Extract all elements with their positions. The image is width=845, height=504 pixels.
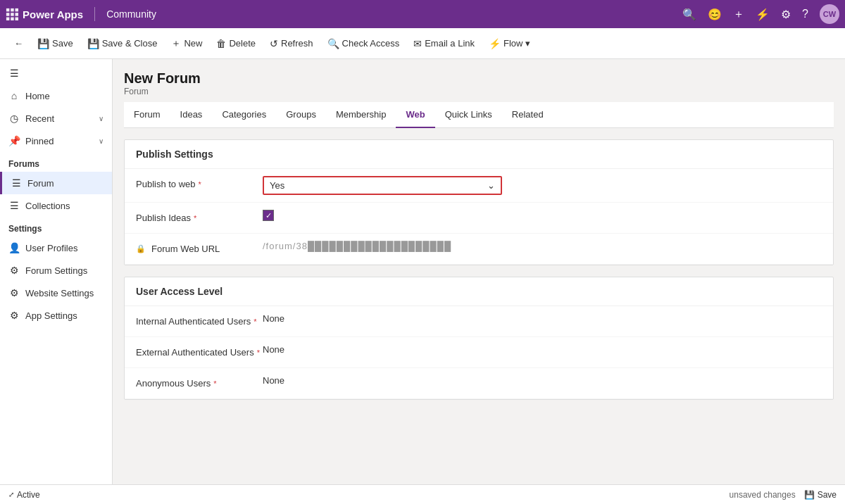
anonymous-users-field: Anonymous Users * None	[125, 368, 833, 399]
save-close-button[interactable]: 💾 Save & Close	[82, 35, 163, 52]
external-users-value: None	[263, 344, 822, 355]
website-settings-icon: ⚙	[8, 287, 20, 298]
status-bar: ⤢ Active unsaved changes 💾 Save	[0, 484, 845, 504]
toolbar: ← 💾 Save 💾 Save & Close ＋ New 🗑 Delete ↺…	[0, 28, 845, 59]
svg-rect-2	[15, 8, 19, 12]
sidebar-forum-settings-label: Forum Settings	[25, 265, 87, 276]
publish-to-web-dropdown[interactable]: Yes ⌄	[263, 176, 502, 195]
tab-forum[interactable]: Forum	[124, 102, 170, 128]
anonymous-users-value: None	[263, 375, 822, 386]
save-icon: 💾	[37, 38, 49, 49]
user-avatar[interactable]: CW	[820, 4, 839, 24]
pinned-icon: 📌	[8, 135, 20, 146]
svg-rect-4	[11, 13, 14, 16]
publish-ideas-label: Publish Ideas *	[136, 210, 263, 223]
sidebar-item-app-settings[interactable]: ⚙ App Settings	[0, 304, 112, 327]
sidebar-home-label: Home	[25, 91, 50, 101]
user-access-title: User Access Level	[125, 277, 833, 306]
publish-to-web-label: Publish to web *	[136, 176, 263, 189]
publish-to-web-field: Publish to web * Yes ⌄	[125, 169, 833, 203]
sidebar-item-collections[interactable]: ☰ Collections	[0, 194, 112, 217]
forum-web-url-value: /forum/38████████████████████	[263, 241, 822, 251]
tab-groups[interactable]: Groups	[276, 102, 326, 128]
unsaved-changes-label: unsaved changes	[730, 490, 796, 500]
user-profiles-icon: 👤	[8, 242, 20, 253]
tab-web[interactable]: Web	[396, 102, 434, 128]
svg-rect-5	[15, 13, 19, 16]
flow-chevron-icon: ▾	[525, 38, 530, 49]
tab-quick-links[interactable]: Quick Links	[435, 102, 502, 128]
sidebar-item-forum[interactable]: ☰ Forum	[0, 172, 112, 194]
sidebar-forum-label: Forum	[27, 178, 54, 189]
save-button[interactable]: 💾 Save	[32, 35, 79, 52]
required-indicator: *	[199, 180, 201, 189]
svg-rect-7	[11, 18, 14, 21]
flow-icon: ⚡	[489, 38, 501, 49]
home-icon: ⌂	[8, 90, 20, 101]
nav-left: Power Apps Community	[6, 7, 156, 21]
required-indicator-4: *	[257, 348, 260, 357]
sidebar-website-settings-label: Website Settings	[25, 288, 94, 298]
sidebar-menu-toggle[interactable]: ☰	[0, 62, 112, 84]
internal-users-value: None	[263, 313, 822, 324]
add-icon[interactable]: ＋	[733, 7, 744, 22]
tab-membership[interactable]: Membership	[326, 102, 396, 128]
publish-settings-card: Publish Settings Publish to web * Yes ⌄ …	[124, 139, 834, 265]
content-area: New Forum Forum Forum Ideas Categories G…	[113, 59, 845, 484]
publish-ideas-checkbox[interactable]	[263, 210, 274, 221]
required-indicator-5: *	[213, 379, 216, 388]
sidebar-item-website-settings[interactable]: ⚙ Website Settings	[0, 282, 112, 304]
status-save-button[interactable]: 💾 Save	[804, 490, 837, 500]
nav-right: 🔍 😊 ＋ ⚡ ⚙ ? CW	[682, 4, 839, 24]
settings-icon[interactable]: ⚙	[781, 8, 791, 21]
refresh-icon: ↺	[270, 38, 278, 49]
status-expand-icon[interactable]: ⤢	[8, 491, 14, 498]
tab-related[interactable]: Related	[502, 102, 553, 128]
sidebar: ☰ ⌂ Home ◷ Recent ∨ 📌 Pinned ∨ Forums ☰ …	[0, 59, 113, 484]
sidebar-item-pinned[interactable]: 📌 Pinned ∨	[0, 130, 112, 152]
tab-categories[interactable]: Categories	[212, 102, 276, 128]
save-close-icon: 💾	[87, 38, 99, 49]
back-button[interactable]: ←	[8, 35, 29, 51]
refresh-button[interactable]: ↺ Refresh	[264, 35, 319, 52]
sidebar-item-recent[interactable]: ◷ Recent ∨	[0, 107, 112, 130]
new-button[interactable]: ＋ New	[165, 34, 208, 53]
forum-web-url-field: 🔒 Forum Web URL /forum/38███████████████…	[125, 234, 833, 265]
help-icon[interactable]: ?	[802, 8, 808, 20]
svg-rect-8	[15, 18, 19, 21]
main-layout: ☰ ⌂ Home ◷ Recent ∨ 📌 Pinned ∨ Forums ☰ …	[0, 59, 845, 484]
anonymous-users-label: Anonymous Users *	[136, 375, 263, 389]
environment-name: Community	[106, 8, 156, 20]
email-link-button[interactable]: ✉ Email a Link	[408, 35, 480, 52]
page-header: New Forum Forum	[124, 70, 834, 96]
user-access-card: User Access Level Internal Authenticated…	[124, 277, 834, 400]
sidebar-user-profiles-label: User Profiles	[25, 243, 77, 253]
search-icon[interactable]: 🔍	[682, 8, 696, 21]
required-indicator-2: *	[194, 214, 196, 222]
feedback-icon[interactable]: 😊	[708, 8, 722, 21]
forum-settings-icon: ⚙	[8, 265, 20, 276]
external-users-field: External Authenticated Users * None	[125, 337, 833, 368]
forums-section-label: Forums	[0, 152, 112, 172]
url-text: /forum/38████████████████████	[263, 241, 451, 251]
check-access-icon: 🔍	[327, 38, 339, 49]
app-logo[interactable]: Power Apps	[6, 8, 83, 20]
recent-icon: ◷	[8, 113, 20, 124]
sidebar-item-user-profiles[interactable]: 👤 User Profiles	[0, 237, 112, 259]
status-badge: ⤢ Active	[8, 490, 40, 500]
delete-button[interactable]: 🗑 Delete	[211, 35, 261, 52]
waffle-icon	[6, 8, 18, 20]
tab-bar: Forum Ideas Categories Groups Membership…	[124, 102, 834, 128]
check-access-button[interactable]: 🔍 Check Access	[322, 35, 406, 52]
filter-icon[interactable]: ⚡	[756, 8, 770, 21]
internal-users-label: Internal Authenticated Users *	[136, 313, 263, 327]
flow-button[interactable]: ⚡ Flow ▾	[483, 35, 536, 52]
publish-settings-title: Publish Settings	[125, 140, 833, 169]
forum-icon: ☰	[11, 177, 22, 189]
sidebar-recent-label: Recent	[25, 113, 54, 124]
sidebar-item-home[interactable]: ⌂ Home	[0, 84, 112, 107]
status-right: unsaved changes 💾 Save	[730, 490, 837, 500]
publish-ideas-field: Publish Ideas *	[125, 203, 833, 234]
tab-ideas[interactable]: Ideas	[170, 102, 213, 128]
sidebar-item-forum-settings[interactable]: ⚙ Forum Settings	[0, 259, 112, 282]
